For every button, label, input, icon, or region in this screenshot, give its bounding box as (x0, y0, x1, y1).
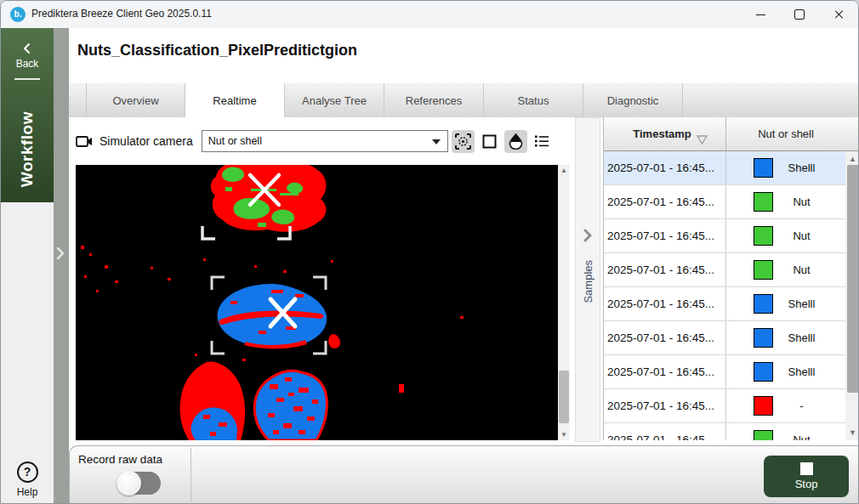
scroll-up-icon[interactable]: ▲ (845, 153, 859, 165)
window-title: Prediktera Breeze Client Geo 2025.0.11 (31, 8, 212, 20)
class-label: - (785, 399, 819, 412)
tab-label: Diagnostic (607, 94, 659, 107)
back-button[interactable]: Back (1, 58, 54, 70)
bullet-list-icon (534, 134, 549, 148)
tab-label: References (406, 94, 462, 107)
column-label: Timestamp (633, 127, 691, 140)
class-cell: Nut (726, 253, 845, 286)
class-color-swatch (754, 260, 773, 280)
model-select[interactable]: Nut or shell (202, 130, 448, 152)
class-cell: Shelll (726, 151, 845, 184)
timestamp-cell: 2025-07-01 - 16:45... (604, 219, 726, 252)
table-row[interactable]: 2025-07-01 - 16:45... Nut (604, 253, 845, 287)
class-label: Shelll (785, 297, 819, 310)
maximize-button[interactable] (780, 1, 819, 28)
scroll-down-icon[interactable]: ▼ (845, 427, 859, 439)
chevron-down-icon (432, 139, 441, 144)
main-content: Nuts_Classification_PixelPreditictgion O… (69, 28, 859, 504)
class-color-swatch (754, 396, 773, 416)
class-label: Nut (785, 229, 819, 242)
table-row[interactable]: 2025-07-01 - 16:45... Shelll (604, 355, 845, 389)
tab-label: Status (518, 94, 549, 107)
record-raw-data-toggle[interactable] (117, 472, 161, 495)
table-scrollbar[interactable]: ▲ ▼ (845, 151, 859, 440)
tab-references[interactable]: References (384, 83, 484, 117)
timestamp-cell: 2025-07-01 - 16:45... (604, 355, 726, 388)
tab-diagnostic[interactable]: Diagnostic (583, 83, 683, 117)
image-scrollbar[interactable]: ▲ ▼ (558, 165, 570, 440)
focus-target-button[interactable] (452, 130, 475, 153)
table-row[interactable]: 2025-07-01 - 16:45... Nut (604, 219, 845, 253)
table-row[interactable]: 2025-07-01 - 16:45... Shelll (604, 287, 845, 321)
class-label: Shelll (785, 161, 819, 174)
class-cell: Shelll (726, 321, 845, 354)
stop-label: Stop (795, 478, 818, 490)
square-outline-button[interactable] (478, 130, 501, 153)
camera-label: Simulator camera (100, 134, 193, 148)
workflow-label: Workflow (18, 111, 37, 187)
stop-button[interactable]: Stop (764, 456, 849, 497)
table-row[interactable]: 2025-07-01 - 16:45... Shelll (604, 321, 845, 355)
camera-toolbar: Simulator camera Nut or shell (76, 128, 554, 154)
class-cell: - (726, 389, 845, 422)
minimize-button[interactable] (741, 1, 780, 28)
tab-analyse-tree[interactable]: Analyse Tree (285, 83, 384, 117)
scrollbar-thumb[interactable] (559, 371, 569, 423)
left-rail: Back Workflow ? Help (1, 28, 54, 504)
tab-realtime[interactable]: Realtime (185, 83, 285, 117)
panel-splitter[interactable] (54, 28, 69, 504)
table-row[interactable]: 2025-07-01 - 16:45... Shelll (604, 151, 845, 185)
workflow-panel: Back Workflow (1, 28, 54, 202)
chevron-left-icon (1, 42, 54, 56)
samples-table: Timestamp Nut or shell 2025-07-01 - 16:4… (603, 117, 859, 440)
camera-image-viewport[interactable] (76, 165, 558, 440)
class-color-swatch (754, 192, 773, 212)
tab-overview[interactable]: Overview (86, 83, 185, 117)
timestamp-cell: 2025-07-01 - 16:45... (604, 389, 726, 422)
droplet-contrast-button[interactable] (504, 130, 527, 153)
video-camera-icon (76, 135, 93, 148)
timestamp-cell: 2025-07-01 - 16:45... (604, 185, 726, 218)
scroll-down-icon[interactable]: ▼ (558, 429, 570, 440)
class-color-swatch (754, 430, 773, 440)
class-cell: Shelll (726, 287, 845, 320)
divider (14, 78, 40, 80)
close-button[interactable] (819, 1, 858, 28)
class-color-swatch (754, 226, 773, 246)
app-window: b. Prediktera Breeze Client Geo 2025.0.1… (0, 0, 859, 504)
class-cell: Nut (726, 219, 845, 252)
class-color-swatch (754, 328, 773, 348)
column-label: Nut or shell (758, 127, 814, 140)
column-header-timestamp[interactable]: Timestamp (604, 117, 726, 150)
minimize-icon (756, 14, 765, 15)
record-raw-data-label: Record raw data (78, 453, 162, 466)
table-header: Timestamp Nut or shell (604, 117, 859, 151)
footer-bar: Record raw data Stop (69, 445, 859, 504)
tab-label: Analyse Tree (302, 94, 367, 107)
app-logo-icon: b. (10, 7, 26, 22)
scroll-up-icon[interactable]: ▲ (558, 165, 570, 176)
page-title: Nuts_Classification_PixelPreditictgion (77, 42, 357, 59)
table-row[interactable]: 2025-07-01 - 16:45... Nut (604, 185, 845, 219)
table-row[interactable]: 2025-07-01 - 16:45... Nut (604, 423, 845, 440)
tab-bar: Overview Realtime Analyse Tree Reference… (69, 83, 859, 117)
tab-label: Realtime (213, 94, 256, 107)
timestamp-cell: 2025-07-01 - 16:45... (604, 321, 726, 354)
class-cell: Shelll (726, 355, 845, 388)
chevron-right-icon[interactable] (56, 247, 65, 262)
droplet-contrast-icon (509, 133, 523, 150)
table-row[interactable]: 2025-07-01 - 16:45... - (604, 389, 845, 423)
timestamp-cell: 2025-07-01 - 16:45... (604, 287, 726, 320)
chevron-right-icon[interactable] (583, 229, 593, 246)
scrollbar-thumb[interactable] (847, 165, 859, 393)
column-header-class[interactable]: Nut or shell (726, 117, 845, 150)
question-mark-circle-icon: ? (17, 462, 38, 483)
tab-status[interactable]: Status (484, 83, 583, 117)
class-color-swatch (754, 362, 773, 382)
class-color-swatch (754, 158, 773, 178)
help-button[interactable]: ? Help (1, 462, 54, 498)
samples-panel-handle[interactable]: Samples (575, 117, 600, 442)
bullet-list-button[interactable] (531, 130, 554, 153)
classification-image (76, 165, 558, 440)
divider (191, 448, 191, 502)
